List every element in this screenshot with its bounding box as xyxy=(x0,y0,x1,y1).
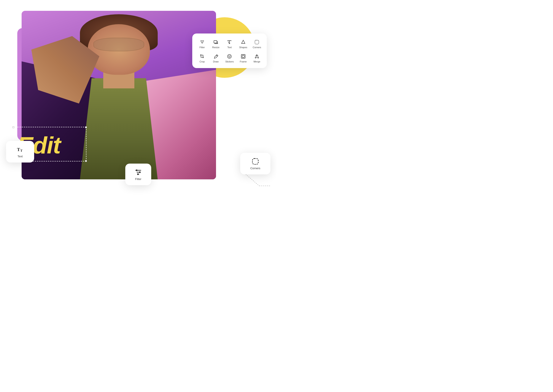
svg-point-21 xyxy=(256,55,257,55)
svg-point-29 xyxy=(136,170,137,171)
floating-corners-label: Corners xyxy=(250,167,260,170)
selection-handle-tl[interactable] xyxy=(13,126,14,128)
svg-point-16 xyxy=(228,55,231,58)
svg-text:T: T xyxy=(20,149,22,152)
floating-text-icon: T T xyxy=(16,146,24,154)
tool-draw[interactable]: Draw xyxy=(209,51,222,65)
floating-filter-icon xyxy=(134,168,142,176)
svg-line-2 xyxy=(244,173,259,186)
frame-icon xyxy=(240,53,246,59)
person-sunglasses xyxy=(94,38,144,51)
merge-icon xyxy=(254,53,260,59)
svg-rect-20 xyxy=(242,55,244,57)
stickers-icon xyxy=(226,53,232,59)
corners-icon xyxy=(254,39,260,45)
svg-point-31 xyxy=(137,174,138,175)
tool-shapes[interactable]: Shapes xyxy=(237,37,249,50)
svg-point-17 xyxy=(228,56,229,56)
floating-filter-card[interactable]: Filter xyxy=(125,164,151,185)
svg-text:T: T xyxy=(17,147,20,152)
svg-point-23 xyxy=(258,57,259,58)
filter-label: Filter xyxy=(199,46,205,49)
draw-icon xyxy=(213,53,219,59)
svg-rect-19 xyxy=(241,55,245,58)
resize-icon xyxy=(213,39,219,45)
tool-crop[interactable]: Crop xyxy=(196,51,208,65)
resize-label: Resize xyxy=(212,46,220,49)
floating-text-card[interactable]: T T Text xyxy=(6,141,34,162)
selection-handle-br[interactable] xyxy=(85,160,87,162)
shapes-icon xyxy=(240,39,246,45)
floating-text-label: Text xyxy=(18,155,23,158)
toolbar-panel: Filter Resize T T Text xyxy=(192,34,267,68)
svg-rect-32 xyxy=(253,158,258,164)
svg-point-18 xyxy=(230,56,230,56)
svg-point-22 xyxy=(255,57,256,58)
crop-label: Crop xyxy=(200,60,205,63)
floating-filter-label: Filter xyxy=(135,177,141,181)
shapes-label: Shapes xyxy=(239,46,247,49)
merge-label: Merge xyxy=(254,60,260,63)
tool-merge[interactable]: Merge xyxy=(251,51,263,65)
text-tool-icon: T T xyxy=(226,39,232,45)
floating-corners-card[interactable]: Corners xyxy=(240,153,270,174)
crop-icon xyxy=(199,53,205,59)
tool-frame[interactable]: Frame xyxy=(237,51,249,65)
tool-stickers[interactable]: Stickers xyxy=(223,51,236,65)
filter-icon xyxy=(199,39,205,45)
svg-point-30 xyxy=(139,172,140,173)
text-label: Text xyxy=(227,46,232,49)
draw-label: Draw xyxy=(213,60,219,63)
tool-corners[interactable]: Corners xyxy=(251,37,263,50)
selection-handle-tr[interactable] xyxy=(85,126,87,128)
tool-filter[interactable]: Filter xyxy=(196,37,208,50)
stickers-label: Stickers xyxy=(225,60,234,63)
corners-label: Corners xyxy=(253,46,261,49)
svg-text:T: T xyxy=(229,42,230,44)
tool-resize[interactable]: Resize xyxy=(209,37,222,50)
floating-corners-icon xyxy=(251,158,259,165)
svg-rect-11 xyxy=(214,41,217,43)
frame-label: Frame xyxy=(240,60,247,63)
tool-text[interactable]: T T Text xyxy=(223,37,236,50)
svg-rect-12 xyxy=(215,43,218,44)
svg-rect-15 xyxy=(255,40,259,44)
